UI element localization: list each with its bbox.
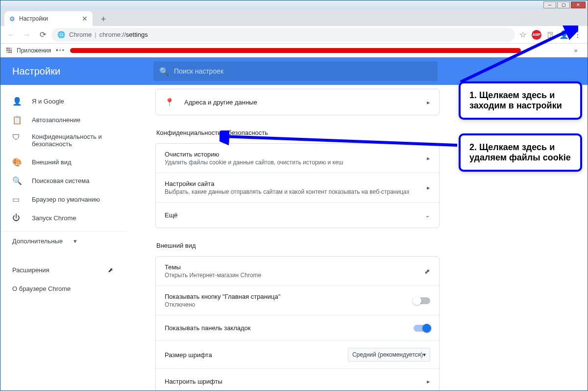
new-tab-button[interactable]: + bbox=[97, 12, 110, 26]
annotation-arrow-2 bbox=[220, 130, 460, 150]
chevron-right-icon: ▸ bbox=[427, 378, 430, 385]
tab-title: Настройки bbox=[19, 15, 48, 22]
sidebar-item-default[interactable]: ▭Браузер по умолчанию bbox=[0, 190, 126, 209]
maximize-button[interactable]: ▢ bbox=[557, 1, 570, 8]
pin-icon: 📍 bbox=[165, 98, 174, 107]
chevron-down-icon: ▾ bbox=[423, 351, 426, 358]
power-icon: ⏻ bbox=[12, 213, 21, 222]
browser-tab[interactable]: ⚙ Настройки ✕ bbox=[4, 11, 93, 26]
sidebar-about[interactable]: О браузере Chrome bbox=[0, 279, 126, 298]
callout-2: 2. Щелкаем здесь и удаляем файлы cookie bbox=[459, 133, 582, 172]
row-home-button[interactable]: Показывать кнопку "Главная страница"Откл… bbox=[156, 286, 439, 315]
callout-1: 1. Щелкаем здесь и заходим в настройки bbox=[459, 81, 582, 120]
sidebar-item-privacy[interactable]: 🛡Конфиденциальность и безопасность bbox=[0, 129, 126, 153]
row-bookmark-bar[interactable]: Показывать панель закладок bbox=[156, 315, 439, 340]
minimize-button[interactable]: ─ bbox=[543, 1, 556, 8]
search-icon: 🔍 bbox=[159, 67, 169, 76]
globe-icon: 🌐 bbox=[57, 31, 65, 38]
settings-search-input[interactable] bbox=[174, 67, 432, 75]
chevron-down-icon: ⌄ bbox=[425, 211, 430, 219]
row-customize-fonts[interactable]: Настроить шрифты ▸ bbox=[156, 368, 439, 391]
browser-icon: ▭ bbox=[12, 195, 21, 204]
sidebar-item-appearance[interactable]: 🎨Внешний вид bbox=[0, 153, 126, 171]
reload-button[interactable]: ⟳ bbox=[36, 28, 49, 42]
sidebar-item-autofill[interactable]: 📋Автозаполнение bbox=[0, 110, 126, 129]
address-bar[interactable]: 🌐 Chrome | chrome://settings bbox=[51, 28, 515, 42]
redacted-bookmark-bar bbox=[70, 48, 521, 53]
row-font-size: Размер шрифта Средний (рекомендуется)▾ bbox=[156, 340, 439, 368]
sidebar-item-people[interactable]: 👤Я и Google bbox=[0, 92, 126, 110]
sidebar-item-search[interactable]: 🔍Поисковая система bbox=[0, 171, 126, 190]
card-privacy: Очистить историюУдалить файлы cookie и д… bbox=[155, 143, 440, 228]
person-icon: 👤 bbox=[12, 97, 21, 106]
window-titlebar: ─ ▢ ✕ bbox=[0, 0, 588, 9]
row-site-settings[interactable]: Настройки сайтаВыбрать, какие данные отп… bbox=[156, 173, 439, 202]
row-more[interactable]: Ещё ⌄ bbox=[156, 202, 439, 228]
apps-label[interactable]: Приложения bbox=[17, 47, 51, 54]
card-appearance: ТемыОткрыть Интернет-магазин Chrome ⬈ По… bbox=[155, 256, 440, 391]
omnibox-page: settings bbox=[126, 31, 148, 38]
sidebar-item-startup[interactable]: ⏻Запуск Chrome bbox=[0, 209, 126, 227]
dropdown-font-size[interactable]: Средний (рекомендуется)▾ bbox=[348, 348, 430, 362]
chevron-down-icon: ▾ bbox=[74, 237, 77, 245]
annotation-arrow-1 bbox=[456, 26, 578, 84]
omnibox-prefix: Chrome bbox=[69, 31, 92, 38]
settings-sidebar: 👤Я и Google 📋Автозаполнение 🛡Конфиденциа… bbox=[0, 57, 126, 391]
chevron-right-icon: ▸ bbox=[427, 99, 430, 106]
svg-line-1 bbox=[223, 136, 457, 145]
close-tab-icon[interactable]: ✕ bbox=[82, 15, 88, 23]
chevron-right-icon: ▸ bbox=[427, 184, 430, 191]
sidebar-advanced[interactable]: Дополнительные▾ bbox=[0, 231, 126, 251]
launch-icon: ⬈ bbox=[108, 266, 113, 274]
back-button[interactable]: ← bbox=[4, 28, 18, 42]
section-appearance-title: Внешний вид bbox=[156, 242, 440, 249]
svg-line-0 bbox=[461, 29, 571, 82]
row-themes[interactable]: ТемыОткрыть Интернет-магазин Chrome ⬈ bbox=[156, 257, 439, 286]
clipboard-icon: 📋 bbox=[12, 115, 21, 125]
tab-strip: ⚙ Настройки ✕ + bbox=[0, 9, 588, 26]
chevron-right-icon: ▸ bbox=[427, 155, 430, 162]
bookmark-dots: ••• bbox=[56, 47, 65, 54]
launch-icon: ⬈ bbox=[424, 267, 430, 275]
shield-icon: 🛡 bbox=[12, 133, 21, 142]
toggle-home[interactable] bbox=[414, 297, 430, 304]
forward-button[interactable]: → bbox=[20, 28, 34, 42]
settings-search[interactable]: 🔍 bbox=[153, 61, 438, 81]
palette-icon: 🎨 bbox=[12, 157, 21, 167]
magnify-icon: 🔍 bbox=[12, 176, 21, 185]
close-window-button[interactable]: ✕ bbox=[571, 1, 586, 8]
toggle-bookmarks[interactable] bbox=[414, 325, 430, 332]
settings-title: Настройки bbox=[0, 66, 153, 77]
omnibox-path: chrome:// bbox=[99, 31, 126, 38]
sidebar-extensions[interactable]: Расширения⬈ bbox=[0, 261, 126, 279]
gear-icon: ⚙ bbox=[9, 15, 15, 23]
apps-icon[interactable] bbox=[6, 48, 12, 53]
row-addresses[interactable]: 📍 Адреса и другие данные ▸ bbox=[156, 89, 439, 115]
card-addresses: 📍 Адреса и другие данные ▸ bbox=[155, 89, 440, 115]
